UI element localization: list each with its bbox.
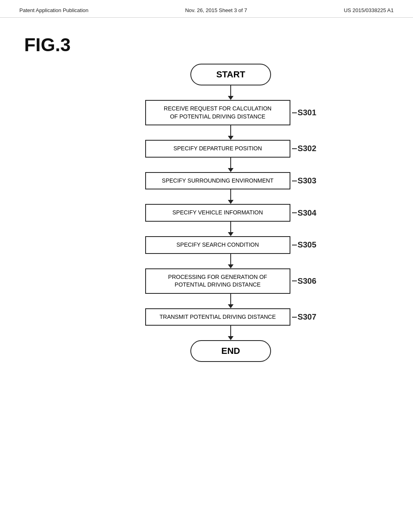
arrow-line (230, 222, 231, 232)
step-s303-label: S303 (298, 176, 317, 185)
step-s301-box: RECEIVE REQUEST FOR CALCULATIONOF POTENT… (145, 100, 290, 125)
arrow-head (228, 304, 234, 308)
step-s307-label: S307 (298, 312, 317, 322)
arrow-line (230, 125, 231, 136)
step-s306: PROCESSING FOR GENERATION OFPOTENTIAL DR… (145, 268, 317, 294)
arrow-5 (228, 254, 234, 268)
arrow-4 (228, 222, 234, 236)
header-right: US 2015/0338225 A1 (344, 7, 394, 13)
step-s303: SPECIFY SURROUNDING ENVIRONMENT S303 (145, 172, 317, 190)
header-middle: Nov. 26, 2015 Sheet 3 of 7 (185, 7, 247, 13)
arrow-1 (228, 125, 234, 140)
end-box: END (190, 340, 271, 362)
arrow-head (228, 96, 234, 100)
arrow-head (228, 232, 234, 236)
fig-label: FIG.3 (24, 34, 71, 56)
arrow-line (230, 158, 231, 168)
arrow-6 (228, 294, 234, 308)
arrow-7 (228, 326, 234, 340)
arrow-head (228, 336, 234, 340)
step-s305-label: S305 (298, 240, 317, 249)
step-s304-box: SPECIFY VEHICLE INFORMATION (145, 204, 290, 222)
arrow-line (230, 85, 231, 96)
arrow-line (230, 326, 231, 336)
arrow-2 (228, 158, 234, 172)
start-node: START (190, 64, 271, 85)
arrow-head (228, 200, 234, 204)
header-left: Patent Application Publication (19, 7, 88, 13)
step-s303-box: SPECIFY SURROUNDING ENVIRONMENT (145, 172, 290, 190)
page-content: FIG.3 START RECEIVE REQUEST FOR CALCULAT… (0, 18, 413, 378)
step-s307-box: TRANSMIT POTENTIAL DRIVING DISTANCE (145, 308, 290, 326)
step-s304-label: S304 (298, 208, 317, 218)
arrow-head (228, 264, 234, 268)
arrow-line (230, 189, 231, 200)
step-s302-label: S302 (298, 144, 317, 153)
arrow-head (228, 168, 234, 172)
arrow-3 (228, 189, 234, 204)
arrow-head (228, 136, 234, 140)
start-box: START (190, 64, 271, 85)
page-header: Patent Application Publication Nov. 26, … (0, 0, 413, 18)
end-node: END (190, 340, 271, 362)
step-s302-box: SPECIFY DEPARTURE POSITION (145, 140, 290, 158)
arrow-0 (228, 85, 234, 100)
step-s306-box: PROCESSING FOR GENERATION OFPOTENTIAL DR… (145, 268, 290, 294)
step-s302: SPECIFY DEPARTURE POSITION S302 (145, 140, 317, 158)
step-s305-box: SPECIFY SEARCH CONDITION (145, 236, 290, 254)
step-s304: SPECIFY VEHICLE INFORMATION S304 (145, 204, 317, 222)
step-s301-label: S301 (298, 108, 317, 117)
step-s307: TRANSMIT POTENTIAL DRIVING DISTANCE S307 (145, 308, 317, 326)
step-s301: RECEIVE REQUEST FOR CALCULATIONOF POTENT… (145, 100, 317, 125)
step-s305: SPECIFY SEARCH CONDITION S305 (145, 236, 317, 254)
flowchart: START RECEIVE REQUEST FOR CALCULATIONOF … (48, 64, 413, 362)
arrow-line (230, 294, 231, 304)
step-s306-label: S306 (298, 276, 317, 286)
arrow-line (230, 254, 231, 264)
